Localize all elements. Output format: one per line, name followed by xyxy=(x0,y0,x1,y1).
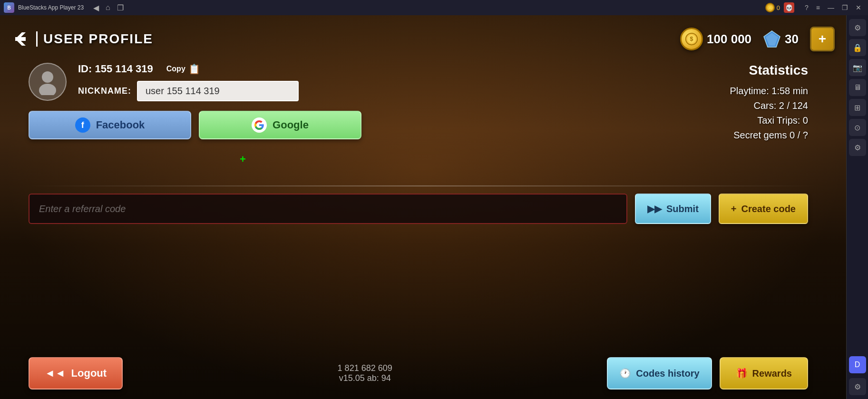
green-plus-indicator: + xyxy=(240,153,246,165)
gold-amount: 100 000 xyxy=(707,32,751,47)
logout-button[interactable]: ◄◄ Logout xyxy=(29,357,123,389)
gold-currency: $ 100 000 xyxy=(680,28,751,50)
titlebar-coin-count: 0 xyxy=(777,4,780,11)
back-button[interactable] xyxy=(11,30,29,48)
titlebar: B BlueStacks App Player 23 ◀ ⌂ ❐ 🪙 0 💀 ?… xyxy=(0,0,868,15)
submit-label: Submit xyxy=(666,204,699,214)
game-ui: USER PROFILE $ 100 000 xyxy=(0,15,846,399)
create-code-icon: + xyxy=(731,204,737,214)
titlebar-skull-icon: 💀 xyxy=(784,2,794,13)
titlebar-coin: 🪙 0 xyxy=(765,3,780,12)
sidebar-icon-1[interactable]: ⚙ xyxy=(849,19,866,36)
diamond-icon xyxy=(763,30,781,48)
player-id: 1 821 682 609 xyxy=(338,363,392,373)
copy-label: Copy xyxy=(166,65,185,73)
codes-history-label: Codes history xyxy=(636,368,699,379)
svg-text:$: $ xyxy=(690,36,693,42)
sidebar-icon-5[interactable]: ⊞ xyxy=(849,99,866,116)
referral-section: ▶▶ Submit + Create code xyxy=(29,194,808,224)
avatar-icon xyxy=(34,68,61,95)
sidebar-icon-4[interactable]: 🖥 xyxy=(849,79,866,96)
nav-window-btn[interactable]: ❐ xyxy=(115,2,126,13)
copy-icon: 📋 xyxy=(188,63,200,75)
nickname-row: NICKNAME: xyxy=(78,81,361,101)
page-header: USER PROFILE $ 100 000 xyxy=(0,15,846,63)
avatar xyxy=(29,63,67,101)
app-area: USER PROFILE $ 100 000 xyxy=(0,15,846,399)
google-button[interactable]: Google xyxy=(199,111,361,139)
referral-code-input[interactable] xyxy=(29,194,627,224)
codes-history-icon: 🕐 xyxy=(619,368,631,379)
sidebar-icon-8[interactable]: ⚙ xyxy=(849,378,866,395)
bottom-right-buttons: 🕐 Codes history 🎁 Rewards xyxy=(607,357,808,389)
diamond-currency: 30 xyxy=(763,30,799,48)
statistics-panel: Statistics Playtime: 1:58 min Cars: 2 / … xyxy=(730,63,808,145)
currency-display: $ 100 000 30 + xyxy=(680,27,835,51)
nav-home-btn[interactable]: ⌂ xyxy=(104,2,112,13)
playtime-stat: Playtime: 1:58 min xyxy=(730,86,808,97)
version-string: v15.05 ab: 94 xyxy=(338,373,392,383)
google-label: Google xyxy=(273,119,309,131)
svg-rect-1 xyxy=(15,37,26,41)
gold-coin-icon: $ xyxy=(680,28,703,50)
rewards-button[interactable]: 🎁 Rewards xyxy=(720,357,808,389)
user-id: ID: 155 114 319 Copy 📋 xyxy=(78,63,361,75)
rewards-label: Rewards xyxy=(752,368,792,379)
add-currency-button[interactable]: + xyxy=(810,27,835,51)
google-icon xyxy=(252,117,267,133)
cars-stat: Cars: 2 / 124 xyxy=(730,100,808,111)
right-sidebar: ⚙ 🔒 📷 🖥 ⊞ ⊙ ⚙ D ⚙ xyxy=(846,15,868,399)
logout-icon: ◄◄ xyxy=(45,367,66,380)
facebook-icon: f xyxy=(75,117,90,133)
section-divider xyxy=(29,185,818,186)
sidebar-icon-2[interactable]: 🔒 xyxy=(849,39,866,56)
nickname-label: NICKNAME: xyxy=(78,86,131,96)
close-btn[interactable]: ✕ xyxy=(853,3,864,12)
titlebar-nav: ◀ ⌂ ❐ xyxy=(91,2,126,13)
svg-point-7 xyxy=(42,71,53,83)
profile-section: ID: 155 114 319 Copy 📋 NICKNAME: f xyxy=(29,63,361,139)
minimize-btn[interactable]: — xyxy=(825,3,837,12)
version-info: 1 821 682 609 v15.05 ab: 94 xyxy=(338,363,392,383)
titlebar-right: 🪙 0 💀 ? ≡ — ❐ ✕ xyxy=(765,2,864,13)
menu-btn[interactable]: ≡ xyxy=(813,3,823,12)
window-controls: ? ≡ — ❐ ✕ xyxy=(802,3,864,12)
taxi-trips-stat: Taxi Trips: 0 xyxy=(730,115,808,126)
facebook-button[interactable]: f Facebook xyxy=(29,111,191,139)
discord-icon[interactable]: D xyxy=(849,356,866,373)
bluestacks-logo: B xyxy=(4,2,14,13)
statistics-title: Statistics xyxy=(730,63,808,78)
sidebar-icon-6[interactable]: ⊙ xyxy=(849,119,866,136)
logout-label: Logout xyxy=(71,367,107,380)
submit-icon: ▶▶ xyxy=(647,203,662,214)
titlebar-coin-icon: 🪙 xyxy=(765,3,775,12)
bottom-section: ◄◄ Logout 1 821 682 609 v15.05 ab: 94 🕐 … xyxy=(29,357,808,389)
profile-info: ID: 155 114 319 Copy 📋 NICKNAME: xyxy=(78,63,361,101)
app-name: BlueStacks App Player 23 xyxy=(18,4,84,11)
copy-button[interactable]: Copy 📋 xyxy=(166,63,200,75)
nickname-input[interactable] xyxy=(137,81,299,101)
back-arrow-icon xyxy=(11,30,29,48)
sidebar-icon-7[interactable]: ⚙ xyxy=(849,139,866,156)
submit-button[interactable]: ▶▶ Submit xyxy=(635,194,711,224)
nav-back-btn[interactable]: ◀ xyxy=(91,2,101,13)
create-code-button[interactable]: + Create code xyxy=(719,194,808,224)
codes-history-button[interactable]: 🕐 Codes history xyxy=(607,357,712,389)
facebook-label: Facebook xyxy=(96,119,145,131)
secret-gems-stat: Secret gems 0 / ? xyxy=(730,130,808,141)
page-title: USER PROFILE xyxy=(36,31,153,47)
help-btn[interactable]: ? xyxy=(802,3,811,12)
user-id-text: ID: 155 114 319 xyxy=(78,63,153,75)
rewards-icon: 🎁 xyxy=(736,368,748,379)
social-buttons: f Facebook Google xyxy=(29,111,361,139)
profile-header: ID: 155 114 319 Copy 📋 NICKNAME: xyxy=(29,63,361,101)
diamond-amount: 30 xyxy=(785,32,799,47)
svg-point-8 xyxy=(39,84,56,95)
restore-btn[interactable]: ❐ xyxy=(839,3,851,12)
create-code-label: Create code xyxy=(741,204,796,214)
sidebar-icon-3[interactable]: 📷 xyxy=(849,59,866,76)
